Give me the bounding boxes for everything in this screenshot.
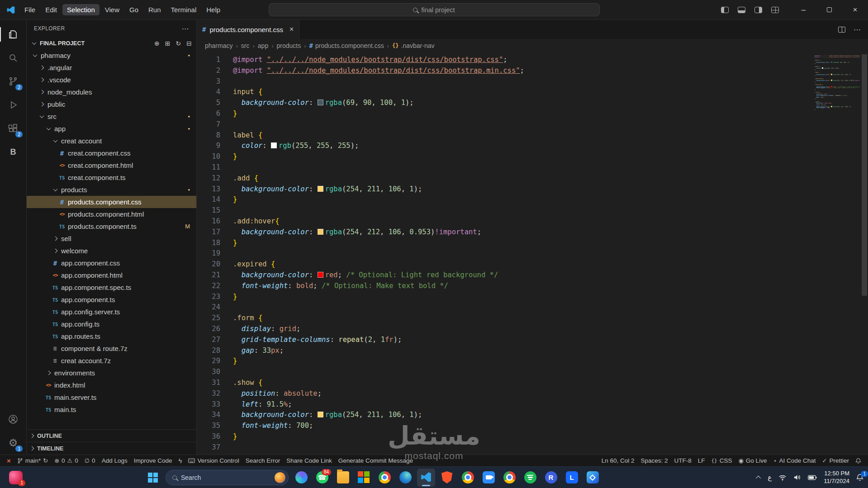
refresh-explorer-icon[interactable]: ↻ [176, 40, 181, 47]
breadcrumb-item[interactable]: src [241, 42, 250, 49]
tree-item-creat-component-ts[interactable]: TScreat.component.ts [27, 171, 196, 184]
code-line-10[interactable]: 10} [197, 152, 868, 162]
minimap[interactable]: @import "../../../node_modules/bootstrap… [815, 55, 860, 112]
tree-item-app-component-spec-ts[interactable]: TSapp.component.spec.ts [27, 281, 196, 294]
tree-item-products[interactable]: products● [27, 184, 196, 196]
tree-item-creat-account-7z[interactable]: ≡creat account.7z [27, 355, 196, 367]
status-problems[interactable]: ⊗0⚠0 [51, 455, 81, 466]
language-indicator[interactable]: ع [768, 474, 772, 482]
scrollbar-thumb[interactable] [862, 54, 867, 296]
code-line-29[interactable]: 29} [197, 356, 868, 367]
taskbar-app-brave[interactable] [438, 469, 456, 487]
breadcrumb-item[interactable]: #products.component.css [309, 42, 384, 49]
code-line-13[interactable]: 13 background-color: rgba(254, 211, 106,… [197, 184, 868, 195]
tree-item--angular[interactable]: .angular [27, 62, 196, 74]
status-encoding[interactable]: UTF-8 [671, 455, 694, 466]
code-line-17[interactable]: 17 background-color: rgba(254, 212, 106,… [197, 227, 868, 238]
notification-center[interactable]: 1 [856, 474, 863, 481]
breadcrumb-item[interactable]: products [277, 42, 301, 49]
tree-item--vscode[interactable]: .vscode [27, 74, 196, 86]
menu-view[interactable]: View [100, 4, 124, 15]
code-line-8[interactable]: 8label { [197, 130, 868, 141]
status-add-logs[interactable]: Add Logs [99, 455, 131, 466]
code-line-35[interactable]: 35 font-weight: 700; [197, 421, 868, 431]
status-indentation[interactable]: Spaces: 2 [637, 455, 671, 466]
toggle-sidebar-icon[interactable] [721, 7, 729, 13]
wifi-icon[interactable] [778, 474, 787, 481]
tree-item-welcome[interactable]: welcome [27, 245, 196, 257]
status-ai-code-chat[interactable]: ⋆AI Code Chat [770, 455, 819, 466]
maximize-button[interactable] [816, 0, 842, 20]
code-line-9[interactable]: 9 color: rgb(255, 255, 255); [197, 141, 868, 152]
taskbar-search[interactable]: Search [166, 470, 289, 485]
tree-item-public[interactable]: public [27, 98, 196, 110]
taskbar-app-chrome-2[interactable] [459, 469, 477, 487]
battery-icon[interactable] [808, 475, 817, 480]
status-git-branch[interactable]: main*↻ [14, 455, 51, 466]
activity-explorer[interactable] [0, 23, 26, 46]
taskbar-app-copilot[interactable] [292, 469, 310, 487]
code-line-26[interactable]: 26 display: grid; [197, 324, 868, 335]
tree-item-products-component-ts[interactable]: TSproducts.component.tsM [27, 220, 196, 232]
status-search-error[interactable]: Search Error [242, 455, 284, 466]
status-prettier[interactable]: ✓Prettier [819, 455, 852, 466]
tree-item-index-html[interactable]: <>index.html [27, 379, 196, 391]
tree-item-products-component-css[interactable]: #products.component.css [27, 196, 196, 208]
code-line-11[interactable]: 11 [197, 162, 868, 173]
outline-section[interactable]: OUTLINE [27, 429, 196, 442]
tray-overflow-icon[interactable] [756, 475, 761, 480]
code-line-20[interactable]: 20.expired { [197, 259, 868, 270]
menu-selection[interactable]: Selection [62, 4, 100, 15]
tree-item-creat-component-html[interactable]: <>creat.component.html [27, 159, 196, 171]
collapse-folders-icon[interactable]: ⊟ [186, 40, 192, 47]
code-line-31[interactable]: 31.show { [197, 378, 868, 389]
taskbar-app-spotify[interactable] [521, 469, 539, 487]
taskbar-app-edge[interactable] [396, 469, 414, 487]
tree-item-src[interactable]: src● [27, 110, 196, 123]
close-button[interactable]: × [842, 0, 868, 20]
editor-more-actions-icon[interactable]: ⋯ [854, 25, 861, 34]
taskbar-app-microsoft-365[interactable] [355, 469, 373, 487]
code-line-30[interactable]: 30 [197, 367, 868, 378]
corner-app-icon[interactable]: 1 [9, 471, 23, 484]
code-line-19[interactable]: 19 [197, 248, 868, 259]
tree-item-environments[interactable]: environments [27, 367, 196, 379]
code-line-24[interactable]: 24 [197, 302, 868, 313]
tree-item-app-routes-ts[interactable]: TSapp.routes.ts [27, 330, 196, 342]
code-line-21[interactable]: 21 background-color: red; /* Optional: L… [197, 270, 868, 281]
activity-extensions[interactable]: 2 [0, 117, 26, 140]
activity-run-debug[interactable] [0, 93, 26, 117]
breadcrumb-item[interactable]: app [258, 42, 268, 49]
tree-item-main-server-ts[interactable]: TSmain.server.ts [27, 391, 196, 403]
breadcrumb-item[interactable]: pharmacy [205, 42, 232, 49]
code-line-36[interactable]: 36} [197, 431, 868, 442]
code-line-27[interactable]: 27 grid-template-columns: repeat(2, 1fr)… [197, 335, 868, 346]
editor-scrollbar[interactable] [862, 52, 867, 455]
code-line-37[interactable]: 37 [197, 442, 868, 453]
taskbar-app-vscode[interactable] [417, 469, 435, 487]
code-line-1[interactable]: 1@import "../../../node_modules/bootstra… [197, 55, 868, 66]
activity-accounts[interactable] [0, 407, 26, 431]
menu-go[interactable]: Go [125, 4, 143, 15]
status-language-mode[interactable]: {}CSS [708, 455, 735, 466]
status-version-control[interactable]: Version Control [185, 455, 242, 466]
volume-icon[interactable] [793, 474, 801, 481]
status-go-live[interactable]: ◉Go Live [735, 455, 770, 466]
status-thunder-client[interactable]: ϟ [175, 455, 185, 466]
code-line-16[interactable]: 16.add:hover{ [197, 216, 868, 227]
tree-item-pharmacy[interactable]: pharmacy● [27, 49, 196, 62]
taskbar-app-whatsapp[interactable]: ☎84 [313, 469, 331, 487]
menu-edit[interactable]: Edit [41, 4, 62, 15]
command-center-search[interactable]: final project [269, 3, 600, 16]
menu-file[interactable]: File [20, 4, 40, 15]
code-line-12[interactable]: 12.add { [197, 173, 868, 184]
tree-item-creat-account[interactable]: creat account [27, 135, 196, 147]
taskbar-clock[interactable]: 12:50 PM 11/7/2024 [824, 470, 849, 485]
code-line-22[interactable]: 22 font-weight: bold; /* Optional: Make … [197, 281, 868, 292]
tree-item-app-component-css[interactable]: #app.component.css [27, 257, 196, 269]
taskbar-app-chrome-3[interactable] [500, 469, 518, 487]
activity-settings[interactable]: ⚙ 1 [0, 431, 26, 455]
project-section-header[interactable]: FINAL PROJECT ⊕ ⊞ ↻ ⊟ [27, 37, 196, 49]
code-line-28[interactable]: 28 gap: 33px; [197, 346, 868, 356]
tree-item-node-modules[interactable]: node_modules [27, 86, 196, 98]
